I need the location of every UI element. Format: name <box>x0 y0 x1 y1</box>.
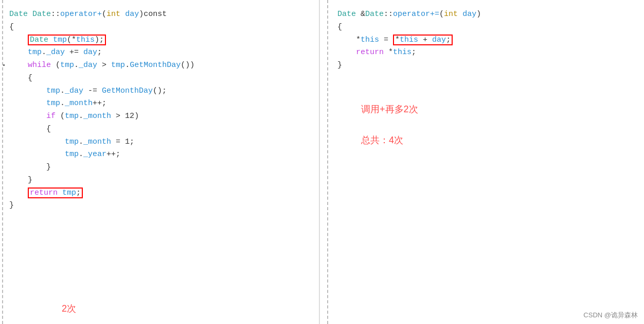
line-date-tmp: Date tmp(*this); <box>28 35 106 45</box>
left-annotation: 2次 <box>62 302 76 315</box>
line-close-brace-1: } <box>9 201 14 210</box>
right-line-open: { <box>337 23 342 31</box>
right-line-close: } <box>337 61 342 70</box>
line-open-brace-1: { <box>9 23 14 31</box>
right-code-panel: Date &Date::operator+=(int day) { *this … <box>320 0 644 324</box>
right-line-return: return *this; <box>356 48 416 57</box>
line-month-pp: tmp._month++; <box>46 99 106 108</box>
line-close-brace-3: } <box>46 163 51 172</box>
line-tmp-day-plus: tmp._day += day; <box>28 48 102 57</box>
line-month-eq-1: tmp._month = 1; <box>65 138 134 146</box>
line-return: return tmp; <box>28 187 83 198</box>
line-open-brace-2: { <box>28 74 32 82</box>
left-code-panel: Date Date::operator+(int day)const { Dat… <box>0 0 319 324</box>
right-line-sig: Date &Date::operator+=(int day) <box>337 10 481 19</box>
right-annotation-1: 调用+再多2次 <box>361 103 418 115</box>
line-day-minus: tmp._day -= GetMonthDay(); <box>46 87 167 95</box>
main-container: Date Date::operator+(int day)const { Dat… <box>0 0 644 324</box>
right-line-this: *this = *this + day; <box>356 35 453 45</box>
line-func-signature: Date Date::operator+(int day)const <box>9 10 167 19</box>
right-code-area: Date &Date::operator+=(int day) { *this … <box>328 4 644 76</box>
left-code-area: Date Date::operator+(int day)const { Dat… <box>0 4 319 216</box>
watermark: CSDN @诡异森林 <box>583 311 638 320</box>
line-while: while (tmp._day > tmp.GetMonthDay()) <box>28 61 194 70</box>
line-if: if (tmp._month > 12) <box>46 112 139 121</box>
line-close-brace-2: } <box>28 176 32 184</box>
right-annotation-2: 总共：4次 <box>361 134 403 146</box>
line-year-pp: tmp._year++; <box>65 150 120 159</box>
line-open-brace-3: { <box>46 125 51 133</box>
